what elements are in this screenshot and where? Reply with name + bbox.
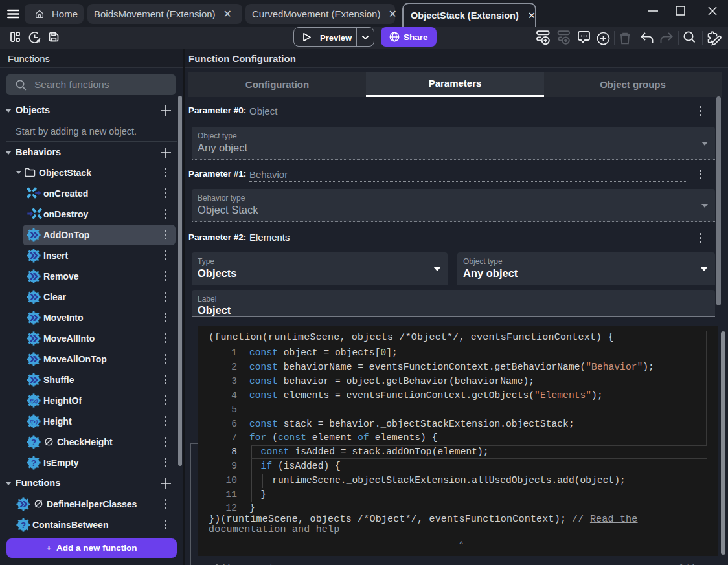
svg-text:?: ? xyxy=(31,438,36,447)
svg-text:?: ? xyxy=(31,458,36,468)
svg-text:?: ? xyxy=(21,520,26,530)
svg-text:f(x): f(x) xyxy=(30,419,38,425)
svg-text:f(x): f(x) xyxy=(30,398,38,404)
